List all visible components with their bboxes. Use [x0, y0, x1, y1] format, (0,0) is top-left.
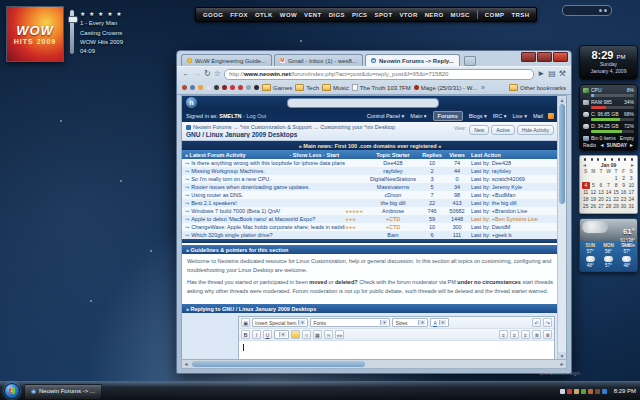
- tray-icon[interactable]: [602, 389, 607, 394]
- goto-last-post-icon[interactable]: ↪: [185, 232, 189, 238]
- calendar-day-cell[interactable]: 16: [620, 189, 628, 196]
- vertical-scroll-thumb[interactable]: [559, 104, 565, 204]
- forum-topic-row[interactable]: ↪ChangeWave: Apple Mac holds corporate s…: [182, 223, 558, 231]
- topic-last-action[interactable]: Last by: +BudMan: [471, 192, 555, 198]
- go-button[interactable]: ►: [537, 69, 545, 79]
- back-button[interactable]: ←: [182, 69, 190, 79]
- underline-button[interactable]: U: [263, 330, 272, 339]
- bookmark-folder-tech[interactable]: Tech: [295, 84, 319, 91]
- topic-cell[interactable]: ↪ChangeWave: Apple Mac holds corporate s…: [185, 224, 345, 230]
- insert-image-button[interactable]: ▦: [313, 330, 322, 339]
- topic-last-action[interactable]: Last by: Dee428: [471, 160, 555, 166]
- topic-cell[interactable]: ↪Windows 7 build 7000 (Beta 1) QnA!: [185, 208, 345, 214]
- goto-last-post-icon[interactable]: ↪: [185, 216, 189, 222]
- forum-topic-row[interactable]: ↪Best 2.1 speakers!the big dill22413Last…: [182, 199, 558, 207]
- sysmon-recycle-bin[interactable]: Bin 0 itemsEmpty: [583, 135, 634, 141]
- calendar-day-cell[interactable]: 25: [582, 203, 590, 210]
- reply-textarea[interactable]: [239, 341, 554, 361]
- numbered-list-icon[interactable]: ≣: [543, 330, 552, 339]
- insert-link-button[interactable]: ∞: [324, 330, 333, 339]
- goto-last-post-icon[interactable]: ↪: [185, 224, 189, 230]
- topic-title[interactable]: Is there anything wrong with this loopho…: [191, 160, 345, 166]
- dock-item-digs[interactable]: DIGS: [329, 12, 345, 18]
- insert-icon[interactable]: ▣: [241, 318, 250, 327]
- calendar-day-cell[interactable]: 31: [627, 203, 635, 210]
- calendar-day-cell[interactable]: 14: [605, 189, 613, 196]
- calendar-day-cell[interactable]: 29: [612, 203, 620, 210]
- tray-icon[interactable]: [588, 389, 593, 394]
- bookmark-favicon[interactable]: [230, 85, 235, 90]
- sysmon-radio-row[interactable]: Radio◄SUNDAY►: [583, 142, 634, 148]
- calendar-day-cell[interactable]: 12: [590, 189, 598, 196]
- goto-last-post-icon[interactable]: ↪: [185, 184, 189, 190]
- calendar-day-cell[interactable]: 17: [627, 189, 635, 196]
- calendar-day-cell[interactable]: 3: [627, 175, 635, 182]
- browser-tab[interactable]: MGmail - Inbox (1) - wes8...: [274, 54, 363, 66]
- forum-nav-main[interactable]: Main ▾: [410, 113, 426, 119]
- calendar-day-cell[interactable]: [597, 175, 605, 182]
- topic-title[interactable]: So I'm really torn on a new CPU.: [191, 176, 271, 182]
- calendar-day-cell[interactable]: 11: [582, 189, 590, 196]
- calendar-day-cell[interactable]: 26: [590, 203, 598, 210]
- scroll-right-arrow[interactable]: ►: [558, 360, 566, 368]
- logout-link[interactable]: - Log Out: [243, 113, 266, 119]
- wrench-menu-icon[interactable]: ⚒: [559, 69, 566, 79]
- dock-item-comp[interactable]: COMP: [485, 12, 505, 18]
- topic-starter[interactable]: Dee428: [365, 160, 421, 166]
- topic-title[interactable]: Apple to debut 'MacBook nano' at Macworl…: [191, 216, 315, 222]
- topic-last-action[interactable]: Last by: +geek b: [471, 232, 555, 238]
- topic-starter[interactable]: +CTD: [365, 224, 421, 230]
- bookmark-favicon[interactable]: [254, 85, 259, 90]
- topic-title[interactable]: Best 2.1 speakers!: [191, 200, 237, 206]
- topic-title[interactable]: ChangeWave: Apple Mac holds corporate sh…: [191, 224, 345, 230]
- dock-item-nero[interactable]: NERO: [425, 12, 444, 18]
- horizontal-scroll-thumb[interactable]: [192, 361, 365, 367]
- calendar-day-cell[interactable]: 5: [590, 182, 598, 189]
- dock-item-vtor[interactable]: VTOR: [399, 12, 417, 18]
- close-button[interactable]: [553, 52, 568, 62]
- bookmark-favicon[interactable]: [214, 85, 219, 90]
- calendar-day-cell[interactable]: 22: [612, 196, 620, 203]
- topic-starter[interactable]: rayfoley: [365, 168, 421, 174]
- bookmark-favicon[interactable]: [182, 85, 187, 90]
- bookmark-link[interactable]: The Truth 103.7FM: [352, 84, 411, 91]
- topic-starter[interactable]: DigitalNewStations: [365, 176, 421, 182]
- calendar-day-cell[interactable]: 4: [582, 182, 590, 189]
- topic-last-action[interactable]: Last by: +Ben Symons Live: [471, 216, 555, 222]
- bookmark-folder-games[interactable]: Games: [262, 84, 292, 91]
- dock-item-musc[interactable]: MUSC: [451, 12, 470, 18]
- bold-button[interactable]: B: [241, 330, 250, 339]
- forum-topic-row[interactable]: ↪Using router as DNS.cDixon798Last by: +…: [182, 191, 558, 199]
- topic-cell[interactable]: ↪So I'm really torn on a new CPU.: [185, 176, 345, 182]
- desktop-search-widget[interactable]: [562, 5, 612, 16]
- bookmarks-overflow-chevron[interactable]: »: [481, 84, 485, 91]
- topic-starter[interactable]: +CTD: [365, 216, 421, 222]
- topic-starter[interactable]: Bam: [365, 232, 421, 238]
- topic-cell[interactable]: ↪Which 320gb single platter drive?: [185, 232, 345, 238]
- calendar-day-cell[interactable]: 27: [597, 203, 605, 210]
- calendar-day-cell[interactable]: 21: [605, 196, 613, 203]
- page-menu-icon[interactable]: ▤: [548, 69, 556, 79]
- calendar-day-cell[interactable]: 23: [620, 196, 628, 203]
- topic-cell[interactable]: ↪Missing Workgroup Machines.: [185, 168, 345, 174]
- dock-item-wow[interactable]: WOW: [280, 12, 297, 18]
- calendar-day-cell[interactable]: 18: [582, 196, 590, 203]
- view-button-active[interactable]: Active: [491, 125, 515, 135]
- forum-nav-forums[interactable]: Forums: [433, 111, 463, 121]
- horizontal-scrollbar[interactable]: ◄ ►: [181, 359, 567, 369]
- topic-last-action[interactable]: Last by: rayfoley: [471, 168, 555, 174]
- sizes-dropdown[interactable]: Sizes▼: [392, 318, 428, 327]
- align-left-icon[interactable]: ≡: [499, 330, 508, 339]
- minimize-button[interactable]: [521, 52, 536, 62]
- calendar-day-cell[interactable]: 28: [605, 203, 613, 210]
- calendar-day-cell[interactable]: 15: [612, 189, 620, 196]
- browser-tab[interactable]: WoW Engineering Guide...: [181, 54, 272, 66]
- tray-icon[interactable]: [574, 389, 579, 394]
- reply-header[interactable]: » Replying to GNU / Linux January 2009 D…: [182, 304, 558, 313]
- reload-button[interactable]: ↻: [204, 69, 211, 79]
- calendar-day-cell[interactable]: 9: [620, 182, 628, 189]
- address-bar[interactable]: http://www.neowin.net/forum/index.php?ac…: [224, 69, 534, 80]
- calendar-day-cell[interactable]: 7: [605, 182, 613, 189]
- goto-last-post-icon[interactable]: ↪: [185, 168, 189, 174]
- topic-title[interactable]: Using router as DNS.: [191, 192, 243, 198]
